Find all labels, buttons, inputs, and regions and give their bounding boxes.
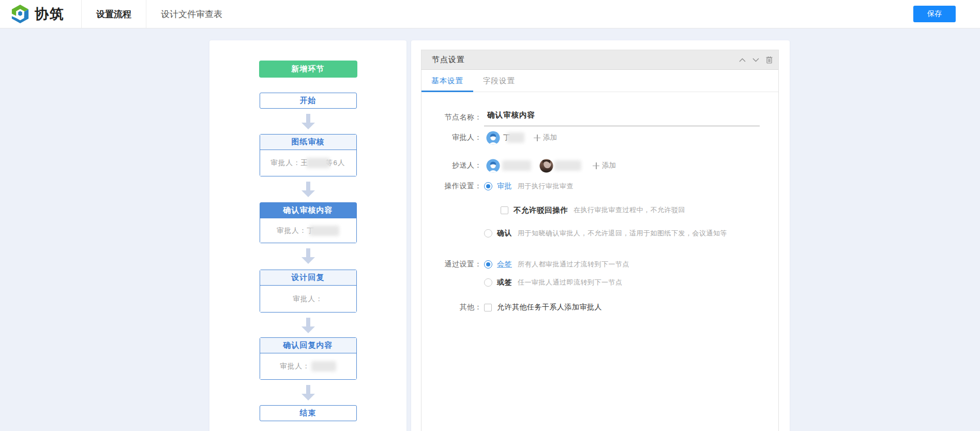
checkbox-allow-stakeholders-label[interactable]: 允许其他任务干系人添加审批人 [497,303,602,312]
radio-orsign-label[interactable]: 或签 [497,278,512,287]
radio-confirm-label[interactable]: 确认 [497,229,512,238]
node-settings-panel: 节点设置 [421,50,779,431]
flow-node-design-reply[interactable]: 设计回复 审批人： [260,270,357,313]
checkbox-no-reject-label[interactable]: 不允许驳回操作 [514,205,568,215]
pass-setting-row: 通过设置： 会签 所有人都审批通过才流转到下一节点 [439,257,778,272]
nav-item-design-review-form[interactable]: 设计文件审查表 [146,0,237,28]
redacted-name [507,132,524,143]
radio-orsign[interactable] [484,278,492,287]
add-cc-button[interactable]: 添加 [593,161,616,170]
redacted-name [306,158,330,168]
tab-field-settings[interactable]: 字段设置 [473,70,525,92]
radio-approve-label[interactable]: 审批 [497,182,512,191]
app-logo[interactable]: 协筑 [0,0,81,28]
flow-node-confirm-reply[interactable]: 确认回复内容 审批人： [260,337,357,380]
node-name-label: 节点名称： [439,109,482,122]
other-label: 其他： [439,303,482,312]
checkbox-no-reject-desc: 在执行审批审查过程中，不允许驳回 [574,205,685,215]
radio-orsign-desc: 任一审批人通过即流转到下一节点 [518,278,623,287]
add-approver-button[interactable]: 添加 [534,133,557,142]
chevron-down-icon[interactable] [752,56,760,64]
plus-icon [593,162,599,169]
settings-tabs: 基本设置 字段设置 [421,70,778,92]
node-name-input[interactable] [487,111,760,120]
redacted-name [311,361,336,371]
nav-item-set-flow[interactable]: 设置流程 [81,0,146,28]
node-settings-header: 节点设置 [421,50,778,70]
chevron-up-icon[interactable] [738,56,746,64]
action-confirm-row: 确认 用于知晓确认审批人，不允许退回，适用于如图纸下发，会议通知等 [439,226,778,241]
workflow-diagram-card: 新增环节 开始 图纸审核 审批人：王等6人 确认审核内容 审批人：丁 设计回复 … [209,40,406,431]
radio-countersign-label[interactable]: 会签 [497,260,512,269]
plus-icon [534,135,540,141]
redacted-name [502,160,531,171]
flow-node-start[interactable]: 开始 [260,93,357,109]
basic-settings-form: 节点名称： 审批人： 丁 添加 抄送人： [421,109,778,315]
flow-node-end[interactable]: 结束 [260,405,357,421]
approver-avatar[interactable] [486,131,500,145]
panel-title: 节点设置 [432,55,465,65]
action-setting-row: 操作设置： 审批 用于执行审批审查 [439,179,778,194]
trash-icon[interactable] [765,56,773,64]
redacted-name [554,160,581,171]
radio-confirm-desc: 用于知晓确认审批人，不允许退回，适用于如图纸下发，会议通知等 [518,229,727,238]
radio-countersign[interactable] [484,260,492,269]
radio-confirm[interactable] [484,229,492,237]
top-nav: 设置流程 设计文件审查表 [81,0,237,28]
no-reject-row: 不允许驳回操作 在执行审批审查过程中，不允许驳回 [439,203,778,217]
node-approver-label: 审批人： [277,226,307,235]
radio-approve[interactable] [484,182,492,190]
cc-row: 抄送人： 添加 [439,158,778,173]
workflow-column: 新增环节 开始 图纸审核 审批人：王等6人 确认审核内容 审批人：丁 设计回复 … [259,40,357,421]
cc-avatar-2[interactable] [539,159,553,173]
flow-arrow-down-icon [301,114,315,129]
save-button[interactable]: 保存 [913,6,956,22]
checkbox-allow-stakeholders[interactable] [484,304,492,311]
approver-row: 审批人： 丁 添加 [439,130,778,145]
cc-avatar-1[interactable] [486,159,500,173]
flow-arrow-down-icon [301,318,315,333]
pass-setting-label: 通过设置： [439,260,482,269]
action-setting-label: 操作设置： [439,182,482,191]
approver-label: 审批人： [439,133,482,142]
flow-node-confirm-review-selected[interactable]: 确认审核内容 审批人：丁 [260,202,357,243]
flow-arrow-down-icon [301,248,315,264]
add-step-button[interactable]: 新增环节 [259,61,357,78]
node-approver-label: 审批人： [293,294,323,304]
top-navigation-bar: 协筑 设置流程 设计文件审查表 保存 [0,0,980,28]
radio-countersign-desc: 所有人都审批通过才流转到下一节点 [518,260,629,269]
radio-approve-desc: 用于执行审批审查 [518,182,574,191]
node-settings-card: 节点设置 [411,40,790,431]
checkbox-no-reject[interactable] [501,206,508,214]
node-approver-label: 审批人： [270,158,300,168]
or-sign-row: 或签 任一审批人通过即流转到下一节点 [439,275,778,290]
brand-hexagon-icon [10,4,30,24]
cc-label: 抄送人： [439,161,482,170]
redacted-name [309,226,339,236]
flow-arrow-down-icon [301,385,315,400]
node-name-row: 节点名称： [439,109,778,126]
node-approver-label: 审批人： [280,362,310,371]
topbar-actions: 保存 [913,0,980,28]
other-row: 其他： 允许其他任务干系人添加审批人 [439,300,778,315]
flow-node-drawing-review[interactable]: 图纸审核 审批人：王等6人 [260,134,357,176]
tab-basic-settings[interactable]: 基本设置 [421,70,473,92]
flow-arrow-down-icon [301,182,315,197]
brand-name: 协筑 [35,5,65,23]
